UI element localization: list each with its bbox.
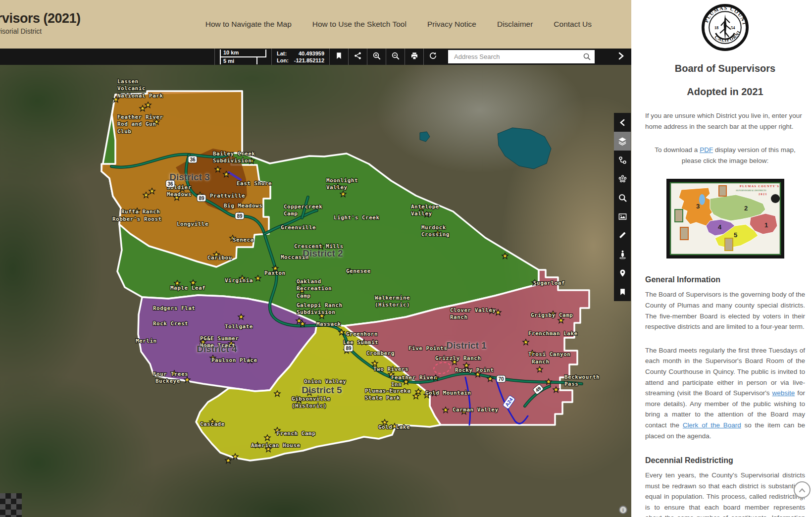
- search-icon[interactable]: [583, 52, 591, 63]
- sidebar-subtitle: Adopted in 2021: [645, 86, 805, 98]
- zoom-out-icon: [391, 52, 400, 62]
- general-information-p2: The Board meets regularly the first thre…: [645, 345, 805, 441]
- svg-text:1: 1: [764, 221, 768, 229]
- scroll-top-button[interactable]: [794, 481, 811, 498]
- map-toolbar: 10 km 5 mi Lat:40.493959 Lon:-121.852112: [0, 49, 631, 65]
- nav-sketch-tool[interactable]: How to Use the Sketch Tool: [312, 20, 406, 29]
- chevron-left-icon: [620, 119, 625, 126]
- bookmarks-tool-button[interactable]: [614, 282, 631, 301]
- svg-text:4: 4: [718, 223, 722, 231]
- share-button[interactable]: [348, 49, 367, 65]
- map-tool-strip: [614, 113, 631, 301]
- svg-text:18: 18: [714, 25, 719, 30]
- zoom-in-button[interactable]: [367, 49, 386, 65]
- cluster-icon: [618, 174, 627, 184]
- pegman-icon: [618, 250, 627, 259]
- zoom-search-tool-button[interactable]: [614, 188, 631, 207]
- chevron-up-icon: [799, 485, 806, 495]
- top-navigation: How to Navigate the Map How to Use the S…: [213, 0, 592, 49]
- bookmark-button[interactable]: [329, 49, 348, 65]
- toolbar-spacer: [0, 49, 214, 65]
- print-icon: [410, 52, 419, 62]
- magnifier-icon: [618, 193, 627, 203]
- location-pin-icon: [618, 268, 627, 278]
- map-canvas[interactable]: Lassen Volcanic National ParkFeather Riv…: [0, 65, 631, 517]
- chevron-right-icon: [618, 52, 624, 62]
- coordinates-readout: Lat:40.493959 Lon:-121.852112: [271, 49, 329, 65]
- svg-text:SUPERVISORIAL DISTRICTS: SUPERVISORIAL DISTRICTS: [736, 189, 766, 192]
- zoom-in-icon: [372, 52, 381, 62]
- zoom-out-button[interactable]: [386, 49, 405, 65]
- clerk-of-the-board-link[interactable]: Clerk of the Board: [683, 421, 741, 429]
- title-block: rvisors (2021) visorial District: [0, 11, 81, 35]
- info-sidebar: PLUMAS COUNTY CALIFORNIA 18 54 Board of …: [631, 0, 812, 517]
- route-nodes-icon: [618, 155, 627, 165]
- image-icon: [618, 212, 627, 221]
- sidebar-title: Board of Supervisors: [645, 63, 805, 74]
- county-seal-logo: PLUMAS COUNTY CALIFORNIA 18 54: [702, 4, 749, 51]
- refresh-icon: [429, 52, 437, 62]
- address-search-input[interactable]: [448, 50, 595, 63]
- lat-label: Lat:: [277, 50, 292, 57]
- page: rvisors (2021) visorial District How to …: [0, 0, 812, 517]
- nav-privacy-notice[interactable]: Privacy Notice: [427, 20, 476, 29]
- download-pre: To download a: [655, 146, 700, 154]
- location-tool-button[interactable]: [614, 263, 631, 282]
- intro-paragraph: If you are unsure which District you liv…: [645, 110, 805, 132]
- route-tool-button[interactable]: [614, 151, 631, 169]
- svg-text:PLUMAS COUNTY'S: PLUMAS COUNTY'S: [740, 185, 779, 188]
- collapse-panel-button[interactable]: [614, 113, 631, 132]
- decennial-redistricting-p1: Every ten years, the County's Supervisor…: [645, 470, 805, 517]
- pencil-icon: [618, 231, 627, 240]
- svg-text:3: 3: [696, 203, 700, 210]
- lon-label: Lon:: [277, 57, 292, 64]
- sketch-tool-button[interactable]: [614, 226, 631, 245]
- bookmark-icon: [335, 52, 343, 62]
- download-paragraph: To download a PDF display version of thi…: [645, 145, 805, 166]
- svg-text:5: 5: [734, 231, 737, 239]
- layers-tool-button[interactable]: [614, 132, 631, 151]
- scale-km: 10 km: [220, 50, 266, 57]
- district-overlay: [0, 65, 631, 517]
- toolbar-expand-button[interactable]: [612, 49, 629, 65]
- bookmark-icon: [619, 288, 626, 296]
- scale-widget: 10 km 5 mi: [214, 49, 271, 65]
- star-marker: [225, 458, 231, 463]
- website-link[interactable]: website: [772, 389, 795, 397]
- share-icon: [354, 52, 362, 62]
- header: rvisors (2021) visorial District How to …: [0, 0, 631, 49]
- page-subtitle: visorial District: [0, 27, 81, 35]
- info-button[interactable]: i: [619, 506, 627, 514]
- general-information-heading: General Information: [645, 275, 805, 284]
- streetview-tool-button[interactable]: [614, 245, 631, 263]
- nav-disclaimer[interactable]: Disclaimer: [497, 20, 533, 29]
- lon-value: -121.852112: [292, 57, 324, 64]
- pdf-link[interactable]: PDF: [700, 146, 713, 154]
- nav-contact-us[interactable]: Contact Us: [554, 20, 592, 29]
- scale-mi: 5 mi: [220, 57, 257, 64]
- map-attribution-checker: [0, 493, 22, 517]
- svg-text:2021: 2021: [759, 193, 767, 196]
- print-button[interactable]: [405, 49, 423, 65]
- svg-text:54: 54: [731, 25, 735, 30]
- decennial-redistricting-heading: Decennial Redistricting: [645, 456, 805, 465]
- cluster-tool-button[interactable]: [614, 169, 631, 188]
- address-search-wrap: [448, 50, 595, 63]
- basemap-tool-button[interactable]: [614, 207, 631, 226]
- nav-how-to-navigate[interactable]: How to Navigate the Map: [205, 20, 292, 29]
- layers-icon: [617, 136, 627, 146]
- svg-text:2: 2: [744, 205, 748, 212]
- lat-value: 40.493959: [292, 50, 324, 57]
- map-thumbnail[interactable]: 3 2 1 4 5 PLUMAS COUNTY'S SUPERVISORIAL …: [666, 179, 784, 260]
- page-title: rvisors (2021): [0, 11, 81, 26]
- refresh-button[interactable]: [423, 49, 442, 65]
- general-information-p1: The Board of Supervisors is the governin…: [645, 289, 805, 332]
